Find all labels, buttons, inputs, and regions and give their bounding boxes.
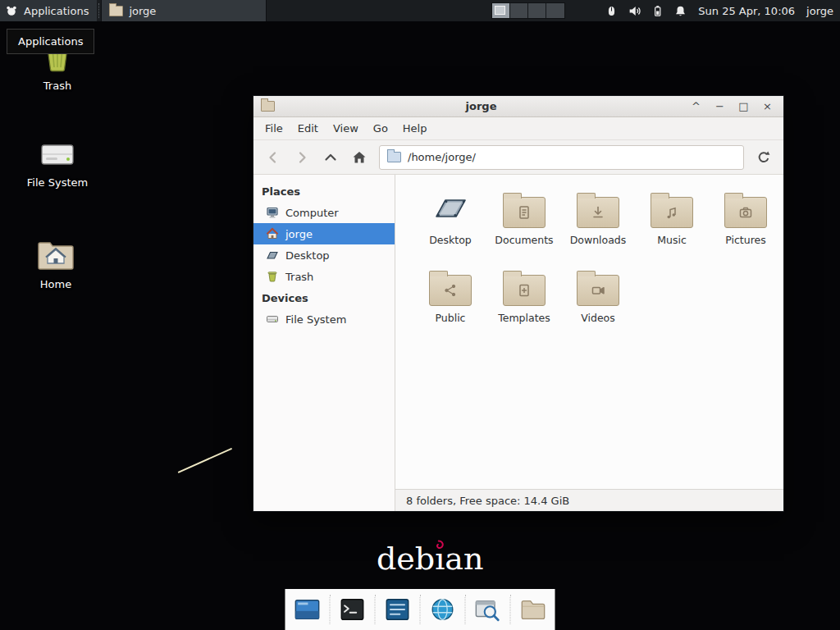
file-manager-icon[interactable] xyxy=(383,595,413,624)
debian-swirl-icon xyxy=(433,540,444,550)
debian-logo: debıan xyxy=(377,542,483,577)
computer-icon xyxy=(266,206,279,219)
sidebar-item-file-system[interactable]: File System xyxy=(253,308,395,330)
workspace-3[interactable] xyxy=(528,3,546,18)
folder-label: Downloads xyxy=(570,234,627,246)
workspace-1[interactable] xyxy=(492,3,510,18)
back-button[interactable] xyxy=(260,145,286,170)
folder-label: Public xyxy=(436,312,466,324)
status-bar: 8 folders, Free space: 14.4 GiB xyxy=(395,489,783,511)
directory-menu-icon[interactable] xyxy=(518,595,548,624)
desktop-pad-icon xyxy=(266,249,279,262)
sidebar-item-label: File System xyxy=(285,313,346,326)
desktop-icon-label: Home xyxy=(40,278,71,290)
dock-separator xyxy=(420,595,421,624)
minimize-button[interactable]: − xyxy=(711,101,728,112)
bottom-dock xyxy=(285,589,555,630)
folder-label: Desktop xyxy=(429,234,472,246)
terminal-icon[interactable] xyxy=(338,595,368,624)
public-folder-icon xyxy=(429,265,472,306)
top-panel: Applications jorge Sun 25 Apr, 10:06 jor… xyxy=(0,0,840,21)
template-emblem-icon xyxy=(516,282,532,299)
volume-icon[interactable] xyxy=(628,4,641,18)
places-header: Places xyxy=(253,180,395,202)
notification-bell-icon[interactable] xyxy=(673,4,687,18)
folder-item-public[interactable]: Public xyxy=(413,265,487,343)
sidebar-item-label: Computer xyxy=(285,207,339,219)
folder-item-pictures[interactable]: Pictures xyxy=(709,187,783,265)
shade-button[interactable]: ^ xyxy=(687,101,705,112)
sidebar-item-desktop[interactable]: Desktop xyxy=(253,244,395,266)
folder-icon-view[interactable]: Desktop Documents Downloads xyxy=(395,175,783,489)
forward-button[interactable] xyxy=(289,145,315,170)
workspace-2[interactable] xyxy=(510,3,528,18)
window-title: jorge xyxy=(281,100,681,112)
applications-menu-button[interactable]: Applications xyxy=(0,0,97,21)
mouse-tray-icon[interactable] xyxy=(605,4,619,18)
desktop-pad-icon xyxy=(431,187,470,228)
folder-item-downloads[interactable]: Downloads xyxy=(561,187,635,265)
location-folder-icon xyxy=(387,152,401,162)
sidebar-item-label: Desktop xyxy=(285,249,330,262)
dock-separator xyxy=(510,595,511,624)
reload-button[interactable] xyxy=(751,145,777,170)
close-button[interactable]: × xyxy=(759,101,776,112)
trash-icon xyxy=(266,270,279,283)
debian-logo-text: deb xyxy=(377,542,435,577)
file-manager-window: jorge ^ − □ × File Edit View Go Help /ho… xyxy=(253,95,784,512)
toolbar: /home/jorge/ xyxy=(253,140,783,175)
home-folder-icon xyxy=(36,238,75,272)
folder-item-music[interactable]: Music xyxy=(635,187,709,265)
panel-clock[interactable]: Sun 25 Apr, 10:06 xyxy=(698,5,795,17)
places-sidebar: Places Computer jorge Desktop xyxy=(253,175,395,511)
pictures-folder-icon xyxy=(724,187,767,228)
folder-item-templates[interactable]: Templates xyxy=(487,265,561,343)
status-text: 8 folders, Free space: 14.4 GiB xyxy=(406,495,569,507)
folder-label: Templates xyxy=(498,312,550,324)
up-button[interactable] xyxy=(317,145,344,170)
menu-bar: File Edit View Go Help xyxy=(253,117,783,140)
workspace-4[interactable] xyxy=(546,3,564,18)
session-user-label[interactable]: jorge xyxy=(806,5,833,17)
folder-item-documents[interactable]: Documents xyxy=(487,187,561,265)
web-browser-icon[interactable] xyxy=(428,595,458,624)
location-path: /home/jorge/ xyxy=(408,151,476,163)
downloads-folder-icon xyxy=(577,187,619,228)
window-titlebar[interactable]: jorge ^ − □ × xyxy=(253,96,783,117)
main-pane: Desktop Documents Downloads xyxy=(395,175,783,511)
menu-help[interactable]: Help xyxy=(395,119,435,138)
folder-item-videos[interactable]: Videos xyxy=(561,265,635,343)
workspace-switcher xyxy=(491,2,565,19)
menu-go[interactable]: Go xyxy=(366,119,395,138)
window-content: Places Computer jorge Desktop xyxy=(253,175,783,511)
sidebar-item-label: jorge xyxy=(285,228,313,240)
show-desktop-icon[interactable] xyxy=(293,595,322,624)
window-folder-icon xyxy=(261,101,275,112)
battery-icon[interactable] xyxy=(651,4,664,18)
desktop-icon-label: File System xyxy=(27,176,88,189)
maximize-button[interactable]: □ xyxy=(735,101,752,112)
sidebar-item-label: Trash xyxy=(285,271,313,283)
panel-separator xyxy=(98,3,99,18)
home-button[interactable] xyxy=(346,145,372,170)
applications-tooltip: Applications xyxy=(7,29,94,54)
taskbar-window-button[interactable]: jorge xyxy=(101,0,267,21)
sidebar-item-computer[interactable]: Computer xyxy=(253,202,395,223)
taskbar-window-label: jorge xyxy=(129,5,156,17)
wallpaper-line-artifact xyxy=(178,448,233,473)
menu-view[interactable]: View xyxy=(326,119,366,138)
menu-file[interactable]: File xyxy=(258,119,290,138)
devices-header: Devices xyxy=(253,287,395,308)
sidebar-item-trash[interactable]: Trash xyxy=(253,266,395,287)
download-emblem-icon xyxy=(590,204,606,221)
sidebar-item-jorge[interactable]: jorge xyxy=(253,223,395,244)
video-emblem-icon xyxy=(590,282,606,299)
desktop-icon-label: Trash xyxy=(43,80,71,92)
app-finder-icon[interactable] xyxy=(473,595,503,624)
desktop-icon-file-system[interactable]: File System xyxy=(13,138,102,189)
desktop-icon-home[interactable]: Home xyxy=(11,238,100,290)
location-bar[interactable]: /home/jorge/ xyxy=(379,145,744,170)
music-folder-icon xyxy=(651,187,693,228)
menu-edit[interactable]: Edit xyxy=(290,119,326,138)
folder-item-desktop[interactable]: Desktop xyxy=(413,187,487,265)
